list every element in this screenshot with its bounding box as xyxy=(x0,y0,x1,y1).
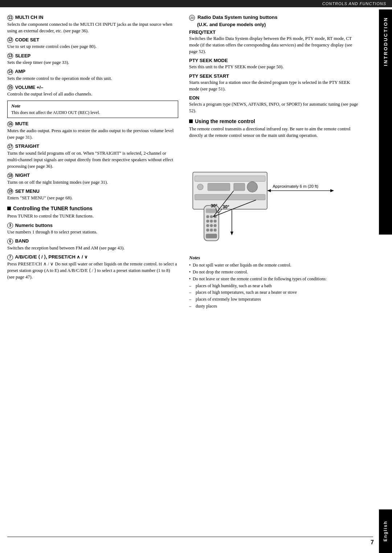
circled-20: 20 xyxy=(189,15,195,21)
circled-11: 11 xyxy=(7,15,13,21)
note-sub-2: places of high temperatures, such as nea… xyxy=(189,289,360,296)
page-container: CONTROLS AND FUNCTIONS INTRODUCTION 11 M… xyxy=(0,0,392,553)
remote-diagram-svg: 30° 30° Approximately 6 m (20 ft) xyxy=(189,142,360,250)
freq-text-title: FREQ/TEXT xyxy=(189,29,360,35)
svg-marker-24 xyxy=(267,189,271,192)
select-group-text: Do not spill water or other liquids on t… xyxy=(55,261,158,267)
circled-12: 12 xyxy=(7,37,13,43)
svg-point-4 xyxy=(247,182,258,192)
freq-text-body: Switches the Radio Data System display b… xyxy=(189,35,360,55)
preset-ch-title: 7 A/B/C/D/E ⟨ / ⟩, PRESET/CH ∧ / ∨ xyxy=(7,254,178,260)
item-numeric-buttons: 3 Numeric buttons Use numbers 1 through … xyxy=(7,223,178,236)
item-set-menu: 19 SET MENU Enters "SET MENU" (see page … xyxy=(7,188,178,202)
left-column: 11 MULTI CH IN Selects the component con… xyxy=(7,15,178,310)
rds-subheading: (U.K. and Europe models only) xyxy=(197,22,360,27)
svg-point-14 xyxy=(206,224,209,227)
angle-left-label: 30° xyxy=(211,203,217,208)
item-preset-ch: 7 A/B/C/D/E ⟨ / ⟩, PRESET/CH ∧ / ∨ Press… xyxy=(7,254,178,280)
bottom-divider xyxy=(7,537,373,537)
item-eon: EON Selects a program type (NEWS, AFFAIR… xyxy=(189,95,360,114)
mute-title: 16 MUTE xyxy=(7,121,178,127)
item-volume: 15 VOLUME +/– Controls the output level … xyxy=(7,85,178,98)
amp-body: Sets the remote control to the operation… xyxy=(7,75,178,82)
night-title: 18 NIGHT xyxy=(7,172,178,179)
introduction-sidebar-label: INTRODUCTION xyxy=(383,17,388,66)
sleep-title: 13 SLEEP xyxy=(7,53,178,59)
circled-17: 17 xyxy=(7,144,13,150)
two-column-layout: 11 MULTI CH IN Selects the component con… xyxy=(7,15,360,310)
svg-rect-20 xyxy=(206,234,217,238)
pty-seek-mode-title: PTY SEEK MODE xyxy=(189,58,360,63)
svg-point-11 xyxy=(206,220,209,223)
svg-point-1 xyxy=(197,184,203,190)
notes-section: Notes Do not spill water or other liquid… xyxy=(189,255,360,309)
mute-body: Mutes the audio output. Press again to r… xyxy=(7,127,178,141)
eon-title: EON xyxy=(189,95,360,101)
note-box: Note This does not affect the AUDIO OUT … xyxy=(7,101,178,118)
item-freq-text: FREQ/TEXT Switches the Radio Data System… xyxy=(189,29,360,55)
svg-point-8 xyxy=(206,215,209,218)
svg-point-15 xyxy=(210,224,213,227)
numeric-body: Use numbers 1 through 8 to select preset… xyxy=(7,229,178,235)
note-sub-4: dusty places xyxy=(189,303,360,309)
main-content: 11 MULTI CH IN Selects the component con… xyxy=(0,7,379,317)
band-body: Switches the reception band between FM a… xyxy=(7,245,178,251)
svg-rect-7 xyxy=(206,208,217,213)
multi-ch-in-body: Selects the component connected to the M… xyxy=(7,21,178,34)
notes-list: Do not spill water or other liquids on t… xyxy=(189,262,360,309)
amp-title: 14 AMP xyxy=(7,69,178,75)
english-sidebar: English xyxy=(379,509,392,553)
volume-title: 15 VOLUME +/– xyxy=(7,85,178,91)
circled-13: 13 xyxy=(7,53,13,59)
circled-3: 3 xyxy=(7,223,13,228)
rds-section: 20 Radio Data System tuning buttons (U.K… xyxy=(189,15,360,114)
volume-body: Controls the output level of all audio c… xyxy=(7,91,178,97)
sleep-body: Sets the sleep timer (see page 33). xyxy=(7,59,178,66)
remote-control-heading: Using the remote control xyxy=(189,118,360,124)
svg-rect-2 xyxy=(208,183,230,191)
svg-point-9 xyxy=(210,215,213,218)
item-amp: 14 AMP Sets the remote control to the op… xyxy=(7,69,178,82)
pty-seek-start-title: PTY SEEK START xyxy=(189,73,360,79)
svg-point-18 xyxy=(210,229,213,232)
pty-seek-mode-body: Sets this unit to the PTY SEEK mode (see… xyxy=(189,64,360,70)
note-sub-3: places of extremely low temperatures xyxy=(189,296,360,302)
straight-title: 17 STRAIGHT xyxy=(7,143,178,150)
tuner-intro: Press TUNER to control the TUNER functio… xyxy=(7,213,178,219)
circled-15: 15 xyxy=(7,85,13,90)
band-title: 6 BAND xyxy=(7,238,178,244)
remote-heading-bullet xyxy=(189,119,193,123)
tuner-heading-text: Controlling the TUNER functions xyxy=(13,206,93,211)
svg-rect-3 xyxy=(234,183,245,191)
remote-diagram-area: 30° 30° Approximately 6 m (20 ft) xyxy=(189,142,360,251)
code-set-body: Use to set up remote control codes (see … xyxy=(7,43,178,50)
note-title: Note xyxy=(11,103,174,109)
circled-19: 19 xyxy=(7,188,13,194)
distance-label: Approximately 6 m (20 ft) xyxy=(273,184,318,188)
set-menu-body: Enters "SET MENU" (see page 68). xyxy=(7,195,178,201)
circled-14: 14 xyxy=(7,69,13,75)
code-set-title: 12 CODE SET xyxy=(7,37,178,43)
tuner-heading-bullet xyxy=(7,207,11,210)
tuner-heading: Controlling the TUNER functions xyxy=(7,206,178,211)
preset-ch-title-text: A/B/C/D/E ⟨ / ⟩, PRESET/CH ∧ / ∨ xyxy=(15,254,88,260)
page-number: 7 xyxy=(371,539,374,546)
item-pty-seek-start: PTY SEEK START Starts searching for a st… xyxy=(189,73,360,92)
note-item-3: Do not leave or store the remote control… xyxy=(189,276,360,282)
night-body: Turns on or off the night listening mode… xyxy=(7,179,178,186)
header-label: CONTROLS AND FUNCTIONS xyxy=(322,1,386,6)
english-sidebar-label: English xyxy=(383,521,388,541)
circled-6: 6 xyxy=(7,239,13,244)
item-night: 18 NIGHT Turns on or off the night liste… xyxy=(7,172,178,186)
rds-heading-text: Radio Data System tuning buttons xyxy=(197,15,278,20)
remote-heading-text: Using the remote control xyxy=(195,118,255,124)
svg-marker-27 xyxy=(230,232,233,235)
pty-seek-start-body: Starts searching for a station once the … xyxy=(189,79,360,92)
item-pty-seek-mode: PTY SEEK MODE Sets this unit to the PTY … xyxy=(189,58,360,70)
note-item-1: Do not spill water or other liquids on t… xyxy=(189,262,360,268)
set-menu-title: 19 SET MENU xyxy=(7,188,178,195)
note-body: This does not affect the AUDIO OUT (REC)… xyxy=(11,110,174,116)
item-sleep: 13 SLEEP Sets the sleep timer (see page … xyxy=(7,53,178,66)
circled-16: 16 xyxy=(7,121,13,127)
remote-body: The remote control transmits a direction… xyxy=(189,126,360,139)
